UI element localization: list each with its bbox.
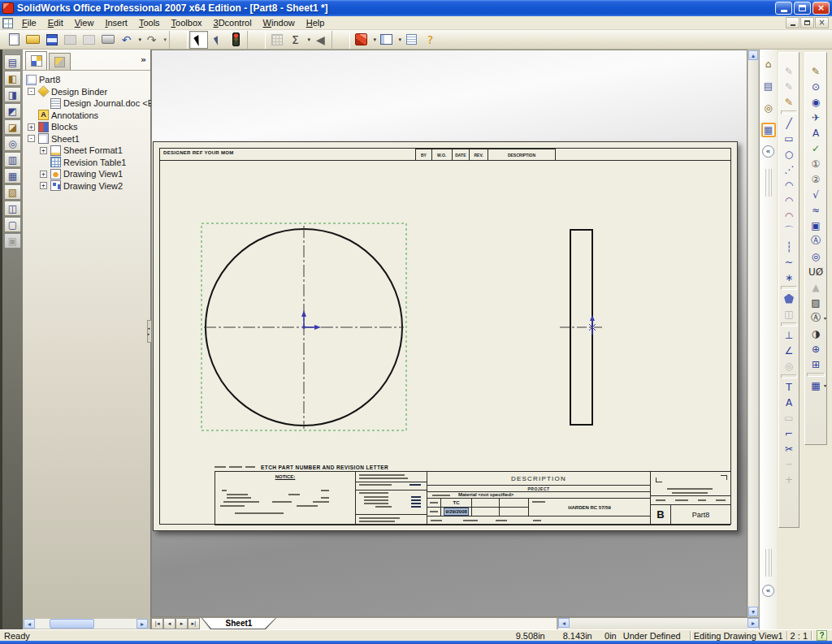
- drag-handle[interactable]: [765, 169, 772, 197]
- drawing-view2[interactable]: [560, 230, 602, 425]
- separator[interactable]: [781, 374, 797, 378]
- datum-feature-icon[interactable]: Ⓐ: [805, 233, 826, 249]
- text-note-icon[interactable]: A: [805, 125, 826, 140]
- auxiliary-view-icon[interactable]: ◩: [4, 103, 21, 119]
- sketch-icon[interactable]: ✎: [779, 94, 799, 110]
- graphics-area[interactable]: DESIGNER REF YOUR MOM BY W.O. DATE REV. …: [151, 50, 748, 617]
- menu-insert[interactable]: Insert: [99, 17, 133, 28]
- tree-item-sheet-format1[interactable]: + Sheet Format1: [23, 145, 150, 157]
- save-icon[interactable]: [42, 31, 61, 49]
- animation-icon[interactable]: ◀: [311, 31, 330, 49]
- collapse-task-pane-icon[interactable]: «: [762, 585, 774, 597]
- datum-target-icon[interactable]: ◎: [805, 249, 826, 264]
- empty-view-icon[interactable]: ▢: [4, 217, 21, 232]
- tree-item-sheet1[interactable]: - Sheet1: [23, 133, 150, 145]
- scroll-left-icon[interactable]: ◂: [24, 619, 35, 629]
- standard-3-view-icon[interactable]: ▤: [4, 54, 21, 70]
- new-document-icon[interactable]: [5, 31, 24, 49]
- quick-tips-icon[interactable]: ?: [817, 630, 827, 641]
- minimize-button[interactable]: [775, 2, 792, 15]
- menu-edit[interactable]: Edit: [42, 17, 69, 28]
- task-pane-icon[interactable]: [377, 31, 402, 49]
- weld-symbol-icon[interactable]: ✈: [805, 110, 826, 125]
- circle-icon[interactable]: ○: [779, 146, 799, 162]
- sketch-fillet-icon[interactable]: ⌒: [779, 223, 799, 239]
- tree-item-part8[interactable]: Part8: [23, 74, 150, 86]
- separator[interactable]: [332, 31, 350, 49]
- alternate-position-view-icon[interactable]: ◫: [4, 201, 21, 216]
- panel-horizontal-scrollbar[interactable]: ◂ ▸: [23, 618, 149, 629]
- select-icon[interactable]: [189, 31, 208, 49]
- make-assembly-from-part-icon[interactable]: [80, 31, 98, 49]
- menu-view[interactable]: View: [69, 17, 100, 28]
- geometric-tolerance-icon[interactable]: ▲: [805, 279, 826, 295]
- scroll-left-icon[interactable]: ◂: [558, 618, 570, 628]
- section-symbol-icon[interactable]: ◑: [805, 326, 826, 341]
- tangent-arc-icon[interactable]: ◠: [779, 192, 799, 208]
- expand-toggle[interactable]: +: [28, 123, 35, 131]
- next-sheet-button[interactable]: ▸: [176, 618, 188, 629]
- find-annotation-icon[interactable]: ①: [805, 156, 826, 171]
- file-explorer-icon[interactable]: ◎: [761, 101, 776, 115]
- solidworks-resources-icon[interactable]: [352, 31, 377, 49]
- horizontal-scrollbar[interactable]: ◂ ▸: [557, 618, 759, 629]
- offset-entities-icon[interactable]: ◎: [779, 358, 799, 374]
- rebuild-traffic-light-icon[interactable]: [227, 31, 245, 49]
- separator[interactable]: [781, 286, 797, 290]
- scroll-up-icon[interactable]: ▴: [748, 50, 758, 60]
- three-point-arc-icon[interactable]: ◠: [779, 208, 799, 223]
- add-relation-icon[interactable]: ⊥: [779, 327, 799, 343]
- separator[interactable]: [169, 31, 188, 49]
- separator[interactable]: [807, 373, 825, 377]
- drawing-sheet[interactable]: DESIGNER REF YOUR MOM BY W.O. DATE REV. …: [153, 141, 738, 531]
- spline-icon[interactable]: ~: [779, 254, 799, 270]
- first-sheet-button[interactable]: |◂: [151, 618, 163, 629]
- vertical-scrollbar[interactable]: ▴ ▾: [748, 50, 759, 617]
- expand-toggle[interactable]: -: [28, 135, 35, 142]
- annotation-view-icon[interactable]: ▣: [4, 233, 21, 249]
- collapse-task-pane-icon[interactable]: «: [762, 145, 774, 158]
- sketch-text-icon[interactable]: A: [779, 395, 799, 410]
- child-close-button[interactable]: ×: [815, 17, 829, 28]
- child-minimize-button[interactable]: [786, 17, 800, 28]
- make-drawing-from-part-icon[interactable]: [61, 31, 80, 49]
- drag-handle[interactable]: [765, 549, 772, 577]
- open-icon[interactable]: [24, 31, 42, 49]
- tree-item-design-journal[interactable]: Design Journal.doc <Empty: [23, 97, 150, 110]
- tree-item-design-binder[interactable]: - Design Binder: [23, 86, 150, 98]
- grid-icon[interactable]: [267, 31, 286, 49]
- projected-view-icon[interactable]: ◨: [4, 87, 21, 102]
- centerline-annotation-icon[interactable]: ⊞: [805, 357, 826, 372]
- expand-toggle[interactable]: +: [40, 182, 47, 189]
- print-icon[interactable]: [98, 31, 117, 49]
- separator[interactable]: [247, 31, 266, 49]
- surface-finish-icon[interactable]: √: [805, 187, 826, 202]
- menu-tools[interactable]: Tools: [133, 17, 166, 28]
- scrollbar-thumb[interactable]: [50, 619, 94, 629]
- balloon-icon[interactable]: ⊙: [805, 79, 826, 94]
- sketch-chamfer-icon[interactable]: ∠: [779, 343, 799, 358]
- scroll-right-icon[interactable]: ▸: [748, 618, 759, 628]
- featuremanager-tab[interactable]: [25, 51, 47, 70]
- close-button[interactable]: ×: [812, 2, 830, 15]
- trim-entities-icon[interactable]: ✂: [779, 441, 799, 456]
- etch-annotation[interactable]: ETCH PART NUMBER AND REVISION LETTER: [214, 461, 388, 468]
- undo-icon[interactable]: ↶: [117, 31, 142, 49]
- detail-view-icon[interactable]: ◎: [4, 136, 21, 151]
- area-hatch-icon[interactable]: ▨: [805, 295, 826, 310]
- sheet1-tab[interactable]: Sheet1: [202, 618, 276, 629]
- separator[interactable]: [781, 110, 797, 115]
- tree-item-drawing-view1[interactable]: + Drawing View1: [23, 168, 150, 180]
- model-view-icon[interactable]: ◧: [4, 71, 21, 86]
- select-other-icon[interactable]: [208, 31, 227, 49]
- tree-item-blocks[interactable]: + Blocks: [23, 121, 150, 133]
- expand-toggle[interactable]: +: [40, 147, 47, 154]
- drawn-date-value[interactable]: 9/29/2008: [444, 508, 469, 516]
- weld-bead-icon[interactable]: ≈: [805, 202, 826, 218]
- child-restore-button[interactable]: [800, 17, 814, 28]
- section-view-icon[interactable]: ◪: [4, 119, 21, 135]
- crop-view-icon[interactable]: ▧: [4, 184, 21, 200]
- mirror-entities-icon[interactable]: ◫: [779, 306, 799, 322]
- plane-icon[interactable]: T: [779, 379, 799, 395]
- spline-point-icon[interactable]: ⋰: [779, 162, 799, 177]
